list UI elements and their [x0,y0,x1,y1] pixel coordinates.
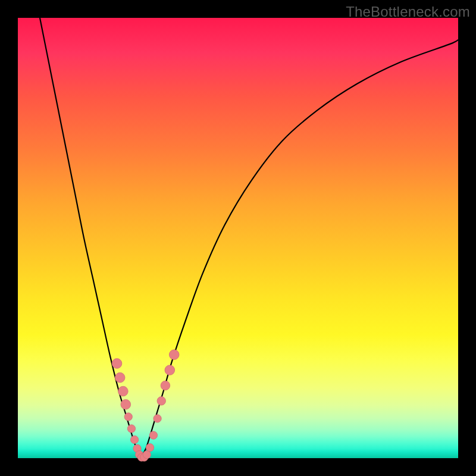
data-marker [149,431,157,439]
watermark-text: TheBottleneck.com [346,4,470,20]
data-marker [165,365,175,375]
data-marker [124,413,132,421]
data-marker [169,350,179,360]
data-marker [143,450,151,458]
chart-frame: TheBottleneck.com [0,0,476,476]
data-marker [121,399,131,409]
data-marker [127,425,135,433]
data-marker [161,381,170,390]
markers-layer [112,350,179,461]
data-marker [130,436,138,443]
chart-svg [18,18,458,458]
data-marker [112,359,122,369]
data-marker [115,372,125,383]
data-marker [157,397,165,405]
data-marker [118,386,129,396]
data-marker [146,444,154,452]
curve-layer [40,18,458,458]
data-marker [154,415,161,422]
bottleneck-curve-right-path [140,40,458,458]
